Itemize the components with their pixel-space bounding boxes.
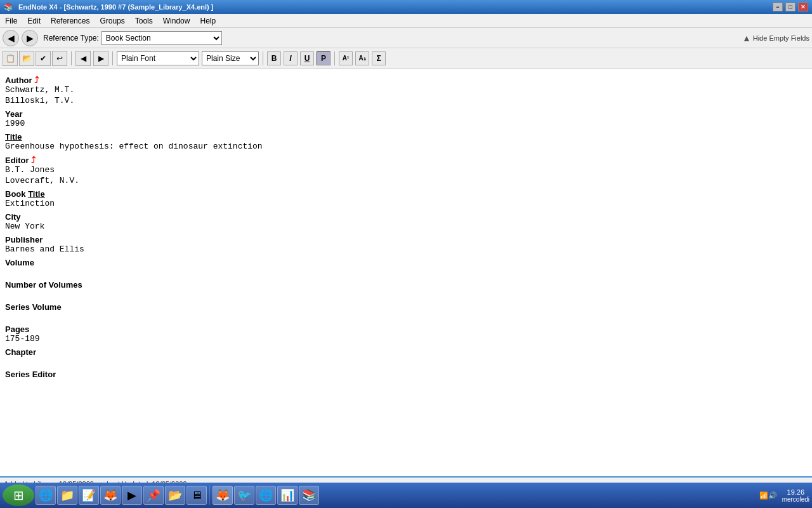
taskbar-active-ff[interactable]: 🦊	[213, 486, 233, 505]
series-volume-label: Series Volume	[5, 302, 807, 312]
publisher-label: Publisher	[5, 235, 807, 244]
title-bar-controls: − □ ✕	[773, 3, 808, 11]
en2-active-icon: 📚	[302, 488, 316, 502]
num-volumes-label: Number of Volumes	[5, 280, 807, 290]
ie-icon: 🌐	[39, 488, 53, 502]
year-value[interactable]: 1990	[5, 119, 807, 128]
taskbar-active-en1[interactable]: 📊	[277, 486, 298, 505]
clock: 19.26 mercoledi	[782, 488, 809, 503]
app-icon: 📚	[4, 3, 13, 11]
pin-icon: 📌	[147, 488, 160, 502]
city-label: City	[5, 212, 807, 222]
volume-label-text: Volume	[5, 258, 34, 267]
symbol-button[interactable]: Σ	[372, 51, 386, 65]
volume-value[interactable]	[5, 267, 807, 276]
subscript-button[interactable]: A₁	[355, 51, 369, 65]
editor-area[interactable]: Author ⤴ Schwartz, M.T. Billoski, T.V. Y…	[0, 69, 812, 476]
series-volume-value[interactable]	[5, 312, 807, 321]
taskbar-active-tw[interactable]: 🐦	[234, 486, 254, 505]
book-title-label: Book Title	[5, 189, 807, 199]
taskbar-notepad[interactable]: 📝	[79, 486, 99, 505]
author-value-1[interactable]: Schwartz, M.T.	[5, 85, 807, 95]
author-arrow-icon: ⤴	[34, 75, 39, 85]
menu-edit[interactable]: Edit	[22, 14, 46, 27]
num-volumes-label-text: Number of Volumes	[5, 280, 82, 290]
taskbar-firefox[interactable]: 🦊	[100, 486, 121, 505]
taskbar-ie[interactable]: 🌐	[36, 486, 56, 505]
new-ref-button[interactable]: 📋	[3, 51, 18, 66]
menu-help[interactable]: Help	[195, 14, 221, 27]
en1-active-icon: 📊	[280, 488, 294, 502]
separator3	[263, 51, 263, 65]
author-value-2[interactable]: Billoski, T.V.	[5, 96, 807, 105]
publisher-value[interactable]: Barnes and Ellis	[5, 244, 807, 254]
series-editor-label: Series Editor	[5, 370, 807, 379]
separator4	[334, 51, 335, 65]
open-button[interactable]: 📂	[19, 51, 34, 66]
minimize-button[interactable]: −	[773, 3, 783, 11]
book-title-value[interactable]: Extinction	[5, 199, 807, 208]
separator1	[71, 51, 72, 65]
editor-label-text: Editor	[5, 156, 29, 165]
taskbar-display[interactable]: 🖥	[187, 486, 207, 505]
taskbar-right: 📶 🔊 19.26 mercoledi	[757, 488, 809, 503]
hide-empty-icon: ▲	[742, 33, 751, 43]
taskbar-explorer[interactable]: 📁	[57, 486, 77, 505]
forward-button[interactable]: ▶	[22, 30, 38, 46]
volume-icon: 🔊	[768, 491, 777, 500]
back-button[interactable]: ◀	[3, 30, 19, 46]
series-editor-value[interactable]	[5, 379, 807, 388]
year-label-text: Year	[5, 109, 22, 119]
tw-active-icon: 🐦	[237, 488, 251, 502]
volume-label: Volume	[5, 258, 807, 267]
title-bar: 📚 EndNote X4 - [Schwartz, 1990 #7 (Sampl…	[0, 0, 812, 14]
pages-value[interactable]: 175-189	[5, 334, 807, 344]
title-value[interactable]: Greenhouse hypothesis: effect on dinosau…	[5, 142, 807, 151]
italic-button[interactable]: I	[284, 51, 298, 65]
menu-tools[interactable]: Tools	[130, 14, 158, 27]
menu-file[interactable]: File	[0, 14, 22, 27]
toolbar-row2: 📋 📂 ✔ ↩ ◀ ▶ Plain Font Arial Times New R…	[0, 48, 812, 69]
underline-button[interactable]: U	[300, 51, 314, 65]
start-button[interactable]: ⊞	[3, 485, 34, 506]
maximize-button[interactable]: □	[785, 3, 796, 11]
reference-type-select[interactable]: Book Section Journal Article Book Confer…	[102, 31, 222, 45]
taskbar-media[interactable]: ▶	[122, 486, 142, 505]
menu-groups[interactable]: Groups	[95, 14, 129, 27]
taskbar-files[interactable]: 📂	[165, 486, 185, 505]
close-button[interactable]: ✕	[798, 3, 808, 11]
city-value[interactable]: New York	[5, 222, 807, 231]
title-label-text: Title	[5, 132, 22, 142]
save-button[interactable]: ✔	[36, 51, 51, 66]
editor-value-1[interactable]: B.T. Jones	[5, 165, 807, 175]
superscript-button[interactable]: A¹	[339, 51, 353, 65]
taskbar-active-ie[interactable]: 🌐	[256, 486, 276, 505]
menu-window[interactable]: Window	[158, 14, 195, 27]
editor-value-2[interactable]: Lovecraft, N.V.	[5, 176, 807, 185]
title-bar-left: 📚 EndNote X4 - [Schwartz, 1990 #7 (Sampl…	[4, 3, 214, 11]
series-editor-label-text: Series Editor	[5, 370, 56, 379]
font-select[interactable]: Plain Font Arial Times New Roman Courier…	[117, 51, 199, 65]
menu-references[interactable]: References	[46, 14, 95, 27]
chapter-value[interactable]	[5, 357, 807, 366]
menu-bar: File Edit References Groups Tools Window…	[0, 14, 812, 28]
window-title: EndNote X4 - [Schwartz, 1990 #7 (Sample_…	[18, 3, 214, 11]
num-volumes-value[interactable]	[5, 290, 807, 298]
bold-button[interactable]: B	[267, 51, 281, 65]
prev-ref-button[interactable]: ◀	[75, 51, 91, 66]
network-icon: 📶	[759, 491, 768, 500]
size-select[interactable]: Plain Size 8 10 12 14	[202, 51, 259, 65]
editor-label: Editor ⤴	[5, 155, 807, 165]
next-ref-button[interactable]: ▶	[93, 51, 108, 66]
notepad-icon: 📝	[82, 488, 96, 502]
files-icon: 📂	[168, 488, 182, 502]
pages-label: Pages	[5, 324, 807, 334]
taskbar-active-en2[interactable]: 📚	[299, 486, 319, 505]
taskbar-pin[interactable]: 📌	[143, 486, 164, 505]
author-label: Author ⤴	[5, 75, 807, 85]
toolbar-row1: ◀ ▶ Reference Type: Book Section Journal…	[0, 28, 812, 48]
main-content: Author ⤴ Schwartz, M.T. Billoski, T.V. Y…	[0, 69, 812, 476]
undo-button[interactable]: ↩	[52, 51, 67, 66]
hide-empty-fields-button[interactable]: ▲ Hide Empty Fields	[742, 33, 809, 43]
plain-button[interactable]: P	[317, 51, 331, 65]
